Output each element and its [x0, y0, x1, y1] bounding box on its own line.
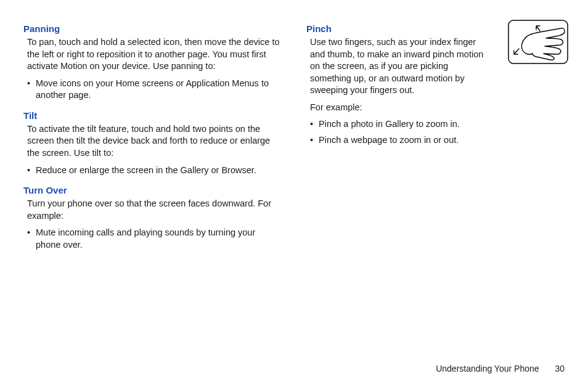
bullet-item: Pinch a photo in Gallery to zoom in. — [310, 118, 565, 131]
bullets-tilt: Reduce or enlarge the screen in the Gall… — [27, 165, 282, 177]
text-turnover: Turn your phone over so that the screen … — [27, 198, 282, 222]
heading-tilt: Tilt — [23, 110, 282, 121]
footer-page-number: 30 — [555, 364, 565, 374]
section-panning: Panning To pan, touch and hold a selecte… — [23, 23, 282, 102]
page-footer: Understanding Your Phone 30 — [436, 364, 565, 374]
bullet-item: Mute incoming calls and playing sounds b… — [27, 227, 282, 251]
bullet-item: Reduce or enlarge the screen in the Gall… — [27, 165, 282, 177]
bullets-pinch: Pinch a photo in Gallery to zoom in. Pin… — [310, 118, 565, 146]
right-column: Pinch Use two fingers, such as your inde… — [306, 23, 565, 259]
pinch-gesture-icon — [508, 20, 568, 64]
section-turnover: Turn Over Turn your phone over so that t… — [23, 185, 282, 251]
text-tilt: To activate the tilt feature, touch and … — [27, 123, 282, 160]
bullet-item: Pinch a webpage to zoom in or out. — [310, 134, 565, 147]
text-pinch-eg: For example: — [310, 102, 565, 114]
bullets-panning: Move icons on your Home screens or Appli… — [27, 78, 282, 102]
bullet-item: Move icons on your Home screens or Appli… — [27, 78, 282, 102]
left-column: Panning To pan, touch and hold a selecte… — [23, 23, 282, 259]
heading-turnover: Turn Over — [23, 185, 282, 195]
section-tilt: Tilt To activate the tilt feature, touch… — [23, 110, 282, 176]
text-pinch: Use two fingers, such as your index fing… — [310, 36, 491, 97]
bullets-turnover: Mute incoming calls and playing sounds b… — [27, 227, 282, 251]
footer-section-title: Understanding Your Phone — [436, 364, 539, 374]
text-panning: To pan, touch and hold a selected icon, … — [27, 36, 282, 73]
heading-panning: Panning — [23, 23, 282, 34]
